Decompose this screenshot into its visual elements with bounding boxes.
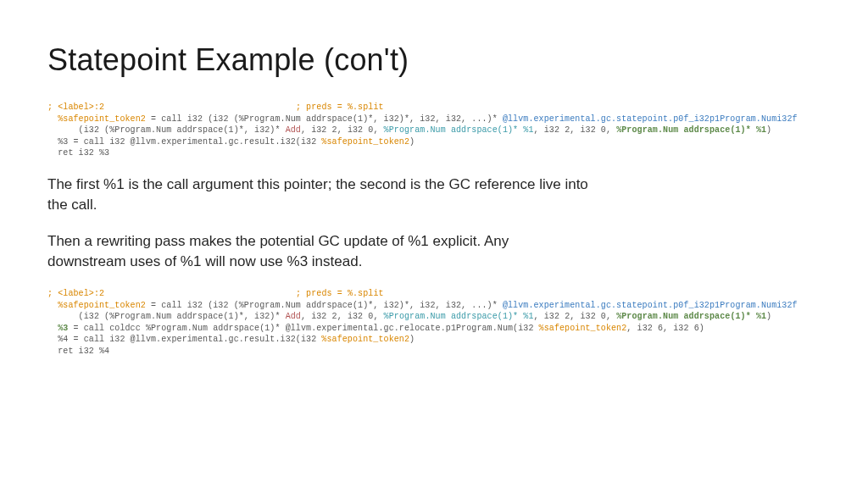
code-func: Add — [286, 125, 301, 135]
slide-container: Statepoint Example (con't) ; <label>:2 ;… — [0, 0, 868, 488]
code-text: = call coldcc %Program.Num addrspace(1)*… — [68, 324, 538, 333]
code-text: ) — [409, 335, 415, 344]
code-text: , i32 2, i32 0, — [301, 312, 384, 321]
paragraph-1: The first %1 is the call argument this p… — [47, 175, 590, 216]
code-text: ) — [766, 312, 771, 321]
paragraph-2: Then a rewriting pass makes the potentia… — [47, 231, 590, 273]
code-text — [104, 103, 296, 112]
code-token: %safepoint_token2 — [321, 137, 409, 147]
code-text: ret i32 %4 — [47, 347, 109, 356]
code-relocated: %3 — [58, 324, 68, 333]
code-intrinsic: @llvm.experimental.gc.statepoint.p0f_i32… — [503, 114, 798, 124]
code-liveref: %Program.Num addrspace(1)* %1 — [616, 125, 766, 135]
code-token: %safepoint_token2 — [58, 114, 146, 124]
code-text: (i32 (%Program.Num addrspace(1)*, i32)* — [47, 125, 286, 135]
code-block-1: ; <label>:2 ; preds = %.split %safepoint… — [47, 102, 821, 159]
code-text: = call i32 (i32 (%Program.Num addrspace(… — [146, 114, 503, 124]
code-func: Add — [286, 312, 301, 321]
code-text: = call i32 (i32 (%Program.Num addrspace(… — [146, 301, 503, 310]
code-token: %safepoint_token2 — [321, 335, 409, 344]
code-text: %3 = call i32 @llvm.experimental.gc.resu… — [47, 137, 321, 147]
code-text: ) — [766, 125, 771, 135]
code-arg: %Program.Num addrspace(1)* %1 — [384, 125, 534, 135]
code-label: ; <label>:2 — [47, 289, 104, 298]
code-liveref: %Program.Num addrspace(1)* %1 — [616, 312, 766, 321]
code-text: ret i32 %3 — [47, 148, 109, 158]
code-text: , i32 2, i32 0, — [534, 125, 617, 135]
code-label: ; <label>:2 — [47, 103, 104, 112]
code-token: %safepoint_token2 — [58, 301, 146, 310]
code-token: %safepoint_token2 — [539, 324, 627, 333]
code-preds: ; preds = %.split — [296, 289, 384, 298]
code-block-2: ; <label>:2 ; preds = %.split %safepoint… — [47, 288, 821, 357]
code-preds: ; preds = %.split — [296, 103, 384, 112]
code-arg: %Program.Num addrspace(1)* %1 — [384, 312, 534, 321]
code-intrinsic: @llvm.experimental.gc.statepoint.p0f_i32… — [503, 301, 798, 310]
code-text: (i32 (%Program.Num addrspace(1)*, i32)* — [47, 312, 286, 321]
code-text: %4 = call i32 @llvm.experimental.gc.resu… — [47, 335, 321, 344]
slide-title: Statepoint Example (con't) — [47, 42, 821, 78]
code-text — [104, 289, 296, 298]
code-text: ) — [409, 137, 415, 147]
code-text: , i32 6, i32 6) — [626, 324, 704, 333]
code-text: , i32 2, i32 0, — [534, 312, 617, 321]
code-text: , i32 2, i32 0, — [301, 125, 384, 135]
